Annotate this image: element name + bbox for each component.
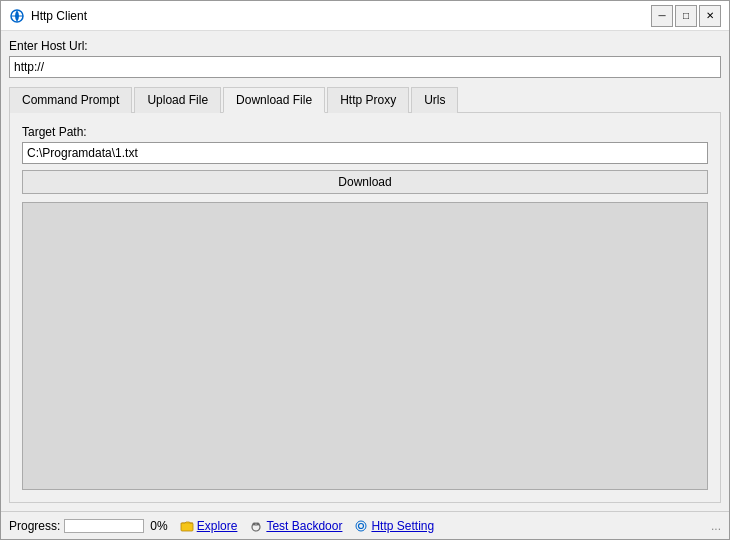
status-bar: Progress: 0% Explore Test Backdoor [1, 511, 729, 539]
tab-bar: Command Prompt Upload File Download File… [9, 86, 721, 113]
host-url-input[interactable] [9, 56, 721, 78]
test-backdoor-link[interactable]: Test Backdoor [249, 519, 342, 533]
svg-point-5 [257, 522, 260, 525]
progress-pct: 0% [150, 519, 167, 533]
svg-point-8 [356, 521, 366, 531]
minimize-button[interactable]: ─ [651, 5, 673, 27]
target-path-input[interactable] [22, 142, 708, 164]
download-button[interactable]: Download [22, 170, 708, 194]
progress-bar [64, 519, 144, 533]
status-dots: ... [711, 519, 721, 533]
download-file-tab-content: Target Path: Download [9, 113, 721, 503]
close-button[interactable]: ✕ [699, 5, 721, 27]
window-controls: ─ □ ✕ [651, 5, 721, 27]
target-path-label: Target Path: [22, 125, 708, 139]
bug-icon [249, 519, 263, 533]
host-url-label: Enter Host Url: [9, 39, 721, 53]
svg-rect-2 [181, 523, 193, 531]
http-setting-link[interactable]: Http Setting [354, 519, 434, 533]
tab-command-prompt[interactable]: Command Prompt [9, 87, 132, 113]
window-title: Http Client [31, 9, 651, 23]
title-bar: Http Client ─ □ ✕ [1, 1, 729, 31]
gear-icon [354, 519, 368, 533]
tab-urls[interactable]: Urls [411, 87, 458, 113]
progress-label: Progress: [9, 519, 60, 533]
svg-point-4 [253, 522, 256, 525]
tab-http-proxy[interactable]: Http Proxy [327, 87, 409, 113]
maximize-button[interactable]: □ [675, 5, 697, 27]
explore-link[interactable]: Explore [180, 519, 238, 533]
svg-point-7 [359, 523, 364, 528]
output-area [22, 202, 708, 490]
folder-icon [180, 519, 194, 533]
tab-download-file[interactable]: Download File [223, 87, 325, 113]
tab-upload-file[interactable]: Upload File [134, 87, 221, 113]
main-content: Enter Host Url: Command Prompt Upload Fi… [1, 31, 729, 511]
main-window: Http Client ─ □ ✕ Enter Host Url: Comman… [0, 0, 730, 540]
window-icon [9, 8, 25, 24]
